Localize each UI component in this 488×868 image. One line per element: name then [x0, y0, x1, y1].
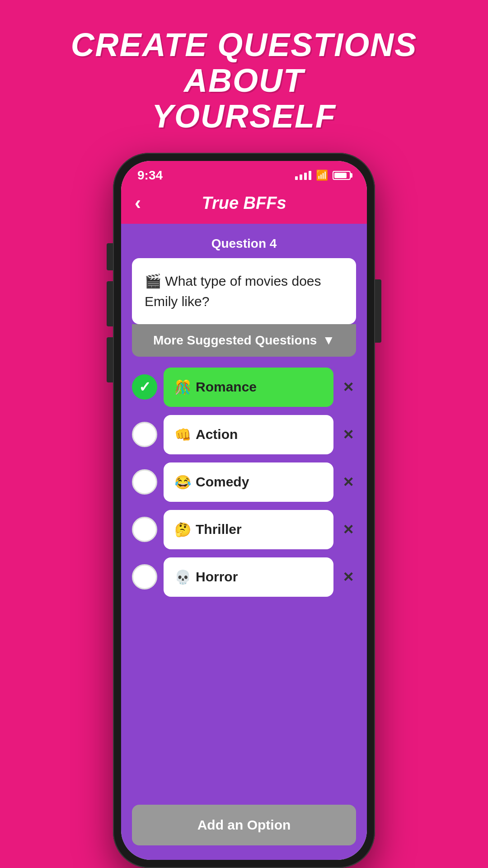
option-text-action: 👊 Action — [174, 427, 323, 443]
delete-romance-button[interactable]: ✕ — [340, 379, 356, 395]
horror-emoji: 💀 — [174, 569, 191, 585]
option-radio-romance[interactable]: ✓ — [132, 374, 157, 400]
option-text-horror: 💀 Horror — [174, 569, 323, 585]
thriller-label: Thriller — [196, 522, 242, 537]
delete-action-button[interactable]: ✕ — [340, 427, 356, 443]
wifi-icon: 📶 — [316, 170, 328, 181]
option-row-action: 👊 Action ✕ — [132, 415, 356, 454]
status-bar: 9:34 📶 — [121, 161, 367, 186]
option-box-comedy[interactable]: 😂 Comedy — [164, 462, 333, 502]
action-label: Action — [196, 427, 238, 442]
delete-thriller-button[interactable]: ✕ — [340, 522, 356, 538]
back-button[interactable]: ‹ — [135, 193, 141, 212]
option-box-action[interactable]: 👊 Action — [164, 415, 333, 454]
action-emoji: 👊 — [174, 427, 191, 443]
question-label: Question 4 — [132, 236, 356, 251]
delete-comedy-button[interactable]: ✕ — [340, 474, 356, 490]
horror-label: Horror — [196, 569, 238, 585]
add-option-button[interactable]: Add an Option — [132, 805, 356, 845]
option-box-thriller[interactable]: 🤔 Thriller — [164, 510, 333, 549]
checkmark-icon: ✓ — [139, 378, 151, 396]
option-radio-comedy[interactable] — [132, 469, 157, 495]
delete-horror-button[interactable]: ✕ — [340, 569, 356, 585]
phone-side-button-right — [375, 279, 381, 343]
option-radio-thriller[interactable] — [132, 517, 157, 542]
option-text-comedy: 😂 Comedy — [174, 474, 323, 490]
nav-title: True BFFs — [202, 193, 286, 213]
options-container: ✓ 🎊 Romance ✕ 👊 — [132, 368, 356, 797]
option-box-horror[interactable]: 💀 Horror — [164, 557, 333, 597]
status-icons: 📶 — [295, 170, 351, 181]
question-text: 🎬 What type of movies does Emily like? — [145, 271, 343, 311]
option-row-horror: 💀 Horror ✕ — [132, 557, 356, 597]
comedy-label: Comedy — [196, 474, 249, 490]
phone-frame: 9:34 📶 ‹ True BFFs Question — [113, 153, 375, 868]
option-row-romance: ✓ 🎊 Romance ✕ — [132, 368, 356, 407]
suggested-btn-label: More Suggested Questions — [153, 333, 317, 348]
option-row-thriller: 🤔 Thriller ✕ — [132, 510, 356, 549]
battery-icon — [333, 171, 351, 180]
nav-bar: ‹ True BFFs — [121, 186, 367, 224]
option-text-romance: 🎊 Romance — [174, 379, 323, 395]
option-radio-horror[interactable] — [132, 564, 157, 590]
main-content: Question 4 🎬 What type of movies does Em… — [121, 224, 367, 860]
question-text-box[interactable]: 🎬 What type of movies does Emily like? — [132, 258, 356, 324]
option-box-romance[interactable]: 🎊 Romance — [164, 368, 333, 407]
signal-icon — [295, 171, 311, 180]
thriller-emoji: 🤔 — [174, 522, 191, 538]
romance-label: Romance — [196, 379, 257, 395]
romance-emoji: 🎊 — [174, 379, 191, 395]
option-radio-action[interactable] — [132, 422, 157, 447]
add-option-label: Add an Option — [197, 817, 291, 832]
status-time: 9:34 — [137, 168, 163, 183]
comedy-emoji: 😂 — [174, 474, 191, 490]
page-title: Create Questions About Yourself — [0, 27, 488, 135]
chevron-down-icon: ▼ — [322, 333, 335, 348]
option-row-comedy: 😂 Comedy ✕ — [132, 462, 356, 502]
option-text-thriller: 🤔 Thriller — [174, 522, 323, 538]
phone-side-buttons-left — [107, 243, 113, 382]
suggested-questions-button[interactable]: More Suggested Questions ▼ — [132, 324, 356, 357]
phone-screen: 9:34 📶 ‹ True BFFs Question — [121, 161, 367, 860]
